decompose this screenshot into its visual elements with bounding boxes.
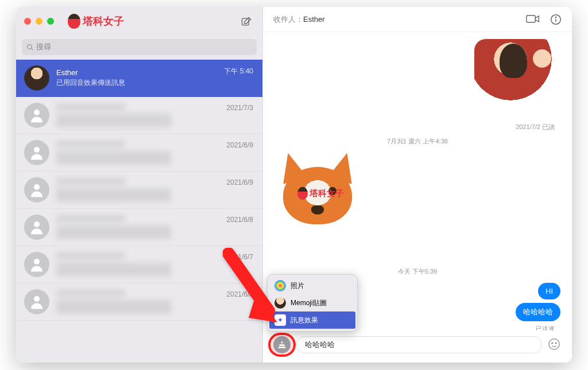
compose-button[interactable] (241, 16, 252, 30)
person-icon (28, 256, 45, 273)
conversation-time: 2021/7/3 (226, 104, 253, 112)
message-input[interactable] (296, 336, 542, 353)
avatar (24, 65, 49, 91)
appstore-icon (277, 340, 287, 349)
svg-point-5 (34, 221, 40, 227)
avatar (24, 177, 49, 202)
messages-window: 塔科女子 搜尋 Esther 已用回音效果傳送訊息 下午 5:40 2 (16, 7, 572, 363)
avatar (24, 215, 49, 240)
facetime-icon[interactable] (526, 14, 540, 24)
conversation-preview: 已用回音效果傳送訊息 (56, 78, 254, 88)
watermark-icon (297, 187, 308, 200)
search-input[interactable]: 搜尋 (22, 39, 257, 55)
compose-bar: 照片 Memoji貼圖 訊息效果 (263, 330, 572, 363)
smiley-icon (548, 338, 560, 350)
popup-label: 訊息效果 (291, 316, 318, 325)
conversation-item[interactable]: 2021/6/9 (16, 172, 262, 209)
apps-button[interactable] (273, 336, 291, 353)
watermark-text: 塔科女子 (83, 14, 124, 28)
watermark-logo: 塔科女子 (68, 14, 124, 29)
conversation-header: 收件人： Esther (263, 7, 572, 32)
conversation-item-selected[interactable]: Esther 已用回音效果傳送訊息 下午 5:40 (16, 60, 262, 97)
search-placeholder: 搜尋 (36, 42, 51, 52)
emoji-button[interactable] (548, 338, 562, 352)
person-icon (28, 219, 45, 236)
avatar (24, 252, 49, 277)
timestamp: 7月3日 週六 上午4:38 (274, 137, 560, 146)
message-sticker-sent (274, 39, 560, 119)
conversation-time: 2021/6/9 (226, 141, 253, 149)
svg-rect-8 (527, 15, 535, 22)
conversation-time: 2021/6/8 (226, 216, 253, 224)
svg-point-7 (34, 296, 40, 302)
person-icon (28, 181, 45, 198)
message-bubble: HI (538, 283, 560, 299)
minimize-button[interactable] (36, 18, 42, 25)
conversation-panel: 收件人： Esther 2021/7/2 已讀 7月3日 週六 上午4:38 (263, 7, 572, 363)
app-button-highlight (273, 336, 291, 353)
svg-point-12 (552, 342, 553, 344)
svg-point-6 (34, 259, 40, 264)
watermark-icon (68, 14, 80, 29)
conversation-item[interactable]: 2021/7/3 (16, 97, 262, 134)
conversation-time: 下午 5:40 (224, 67, 253, 76)
popup-label: 照片 (291, 281, 304, 291)
recipient-label: 收件人： (273, 14, 303, 25)
watermark-overlay: 塔科女子 (297, 187, 344, 200)
read-receipt: 2021/7/2 已讀 (274, 123, 555, 131)
person-icon (28, 293, 45, 310)
avatar (24, 103, 49, 128)
compose-icon (241, 16, 252, 28)
svg-point-2 (34, 110, 40, 115)
window-controls (24, 18, 54, 25)
close-button[interactable] (24, 18, 31, 25)
svg-point-10 (555, 17, 556, 17)
person-icon (28, 144, 45, 161)
maximize-button[interactable] (47, 18, 54, 25)
titlebar: 塔科女子 (16, 7, 262, 36)
avatar (24, 140, 49, 165)
svg-point-4 (34, 184, 40, 190)
conversation-item[interactable]: 2021/6/8 (16, 209, 262, 246)
popup-label: Memoji貼圖 (291, 298, 327, 308)
avatar (24, 289, 49, 314)
search-icon (26, 44, 34, 51)
recipient-name: Esther (303, 15, 325, 24)
svg-point-1 (28, 44, 32, 49)
conversation-time: 2021/6/9 (226, 178, 253, 186)
message-bubble: 哈哈哈哈 (516, 303, 560, 321)
memoji-wave-sticker (474, 39, 555, 119)
svg-point-11 (549, 339, 559, 349)
svg-point-13 (555, 342, 556, 344)
arrow-icon (223, 248, 292, 334)
conversation-item[interactable]: 2021/6/9 (16, 134, 262, 172)
info-icon[interactable] (550, 14, 562, 25)
annotation-arrow (223, 248, 292, 336)
person-icon (28, 107, 45, 124)
svg-point-3 (34, 147, 40, 153)
